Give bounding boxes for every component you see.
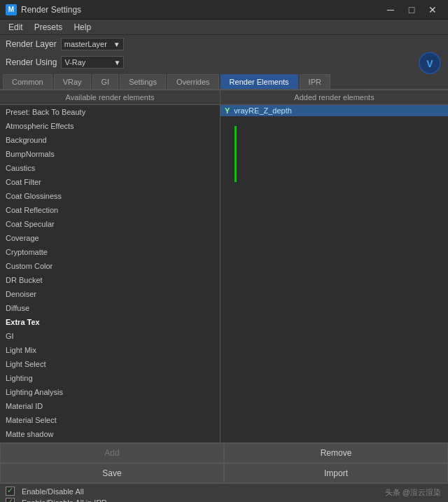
maximize-button[interactable]: □ xyxy=(402,3,421,17)
list-item[interactable]: Light Mix xyxy=(0,343,220,357)
list-item[interactable]: Coat Reflection xyxy=(0,203,220,217)
list-item[interactable]: Atmospheric Effects xyxy=(0,119,220,133)
right-panel: Added render elements Y vrayRE_Z_depth xyxy=(220,90,448,442)
minimize-button[interactable]: ─ xyxy=(381,3,400,17)
menu-help[interactable]: Help xyxy=(68,21,97,34)
tab-ipr[interactable]: IPR xyxy=(300,74,330,89)
list-item[interactable]: Preset: Back To Beauty xyxy=(0,105,220,119)
tab-settings[interactable]: Settings xyxy=(120,74,166,89)
enable-all-checkbox[interactable] xyxy=(6,487,15,496)
list-item[interactable]: DR Bucket xyxy=(0,273,220,287)
menu-edit[interactable]: Edit xyxy=(3,21,29,34)
footer: Enable/Disable All Enable/Disable All in… xyxy=(0,483,448,502)
list-item[interactable]: Background xyxy=(0,133,220,147)
render-layer-dropdown[interactable]: masterLayer ▼ xyxy=(61,38,124,50)
list-item[interactable]: Coat Glossiness xyxy=(0,189,220,203)
tab-render-elements[interactable]: Render Elements xyxy=(220,74,298,89)
enable-all-ipr-label: Enable/Disable All in IPR xyxy=(22,498,107,503)
render-layer-row: Render Layer masterLayer ▼ xyxy=(0,35,448,53)
menu-bar: Edit Presets Help xyxy=(0,20,448,35)
list-item[interactable]: Custom Color xyxy=(0,259,220,273)
vray-logo-icon: V xyxy=(419,52,441,74)
list-item[interactable]: Material Select xyxy=(0,413,220,427)
list-item[interactable]: Matte shadow xyxy=(0,427,220,441)
chevron-down-icon: ▼ xyxy=(113,41,120,48)
chevron-down-icon: ▼ xyxy=(113,59,120,67)
element-checkbox-y[interactable]: Y xyxy=(225,106,230,115)
tab-vray[interactable]: VRay xyxy=(54,74,91,89)
list-item[interactable]: Coverage xyxy=(0,231,220,245)
title-bar: M Render Settings ─ □ ✕ xyxy=(0,0,448,20)
app-icon: M xyxy=(6,4,17,15)
available-elements-list[interactable]: Preset: Back To BeautyAtmospheric Effect… xyxy=(0,105,220,442)
tab-gi[interactable]: GI xyxy=(92,74,119,89)
tabs-row: Common VRay GI Settings Overrides Render… xyxy=(0,71,448,90)
list-item[interactable]: Lighting xyxy=(0,371,220,385)
add-button[interactable]: Add xyxy=(0,443,224,463)
render-using-row: Render Using V-Ray ▼ V xyxy=(0,53,448,71)
watermark: 头条 @渲云渲染 xyxy=(385,487,441,498)
list-item[interactable]: Diffuse xyxy=(0,301,220,315)
list-item[interactable]: Material ID xyxy=(0,399,220,413)
available-elements-header: Available render elements xyxy=(0,90,220,105)
bottom-buttons-row1: Add Remove xyxy=(0,442,448,463)
main-content: Available render elements Preset: Back T… xyxy=(0,90,448,442)
tab-common[interactable]: Common xyxy=(3,74,52,89)
bottom-buttons-row2: Save Import xyxy=(0,463,448,483)
svg-text:V: V xyxy=(426,58,433,69)
import-button[interactable]: Import xyxy=(224,463,448,483)
tab-overrides[interactable]: Overrides xyxy=(167,74,219,89)
element-name: vrayRE_Z_depth xyxy=(234,106,292,115)
list-item[interactable]: GI xyxy=(0,329,220,343)
window-title: Render Settings xyxy=(21,5,381,15)
render-layer-label: Render Layer xyxy=(6,39,57,49)
render-using-label: Render Using xyxy=(6,57,57,67)
remove-button[interactable]: Remove xyxy=(224,443,448,463)
list-item[interactable]: Coat Specular xyxy=(0,217,220,231)
render-using-dropdown[interactable]: V-Ray ▼ xyxy=(61,56,124,69)
green-bar-indicator xyxy=(234,126,237,182)
footer-row-1: Enable/Disable All xyxy=(6,487,442,496)
close-button[interactable]: ✕ xyxy=(423,3,442,17)
list-item[interactable]: Light Select xyxy=(0,357,220,371)
list-item[interactable]: Coat Filter xyxy=(0,175,220,189)
list-item[interactable]: Multi Matte xyxy=(0,441,220,442)
list-item[interactable]: Caustics xyxy=(0,161,220,175)
save-button[interactable]: Save xyxy=(0,463,224,483)
menu-presets[interactable]: Presets xyxy=(29,21,69,34)
window-controls: ─ □ ✕ xyxy=(381,3,442,17)
list-item[interactable]: Cryptomatte xyxy=(0,245,220,259)
list-item[interactable]: Denoiser xyxy=(0,287,220,301)
list-item[interactable]: Extra Tex xyxy=(0,315,220,329)
added-elements-list[interactable]: Y vrayRE_Z_depth xyxy=(220,105,448,442)
added-element-item[interactable]: Y vrayRE_Z_depth xyxy=(220,105,448,116)
list-item[interactable]: Lighting Analysis xyxy=(0,385,220,399)
footer-row-2: Enable/Disable All in IPR xyxy=(6,498,442,502)
enable-all-ipr-checkbox[interactable] xyxy=(6,498,15,502)
enable-all-label: Enable/Disable All xyxy=(22,487,84,496)
left-panel: Available render elements Preset: Back T… xyxy=(0,90,220,442)
list-item[interactable]: BumpNormals xyxy=(0,147,220,161)
added-elements-header: Added render elements xyxy=(220,90,448,105)
